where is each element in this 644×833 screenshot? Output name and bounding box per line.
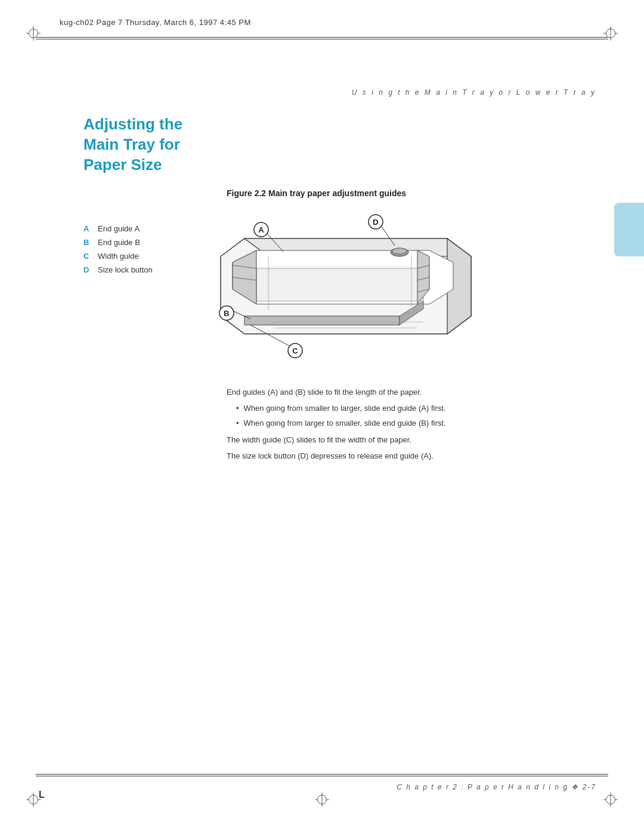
footer-line-bottom xyxy=(36,776,608,776)
legend-text-b: End guide B xyxy=(98,238,140,247)
body-para-1: End guides (A) and (B) slide to fit the … xyxy=(227,386,584,399)
legend-letter-b: B xyxy=(83,238,94,247)
svg-text:B: B xyxy=(224,309,229,318)
body-para-2: The width guide (C) slides to fit the wi… xyxy=(227,434,584,447)
footer-corner-mark: L xyxy=(39,789,45,800)
body-bullet-2: When going from larger to smaller, slide… xyxy=(227,417,584,430)
legend-letter-c: C xyxy=(83,252,94,261)
crosshair-bottom-right xyxy=(603,792,618,807)
chapter-title-line2: Main Tray for xyxy=(83,135,182,155)
body-bullet-1-text: When going from smaller to larger, slide… xyxy=(244,402,446,415)
legend-text-d: Size lock button xyxy=(98,265,153,274)
body-para-3: The size lock button (D) depresses to re… xyxy=(227,450,584,463)
body-bullet-2-text: When going from larger to smaller, slide… xyxy=(244,417,446,430)
svg-text:A: A xyxy=(258,225,264,234)
chapter-title: Adjusting the Main Tray for Paper Size xyxy=(83,114,182,175)
legend-item-a: A End guide A xyxy=(83,224,153,233)
footer-line-top xyxy=(36,774,608,775)
body-bullet-1: When going from smaller to larger, slide… xyxy=(227,402,584,415)
blue-tab-decoration xyxy=(614,203,644,256)
body-text-area: End guides (A) and (B) slide to fit the … xyxy=(227,386,584,466)
svg-point-7 xyxy=(392,248,407,254)
figure-illustration: A D B C xyxy=(197,197,507,364)
legend-letter-a: A xyxy=(83,224,94,233)
svg-rect-0 xyxy=(256,268,423,301)
svg-text:C: C xyxy=(292,346,298,355)
legend-item-c: C Width guide xyxy=(83,252,153,261)
legend-text-c: Width guide xyxy=(98,252,139,261)
legend-text-a: End guide A xyxy=(98,224,140,233)
crosshair-bottom-center xyxy=(315,792,329,807)
header-file-info: kug-ch02 Page 7 Thursday, March 6, 1997 … xyxy=(60,18,251,27)
legend-item-d: D Size lock button xyxy=(83,265,153,274)
svg-text:D: D xyxy=(373,218,378,227)
chapter-title-line1: Adjusting the xyxy=(83,114,182,135)
header-line-top xyxy=(36,39,608,39)
chapter-title-line3: Paper Size xyxy=(83,155,182,175)
header-line-bottom xyxy=(36,37,608,38)
figure-legend: A End guide A B End guide B C Width guid… xyxy=(83,224,153,279)
legend-letter-d: D xyxy=(83,265,94,274)
tray-diagram-svg: A D B C xyxy=(197,197,507,364)
legend-item-b: B End guide B xyxy=(83,238,153,247)
running-header: U s i n g t h e M a i n T r a y o r L o … xyxy=(352,88,596,97)
footer-text: C h a p t e r 2 : P a p e r H a n d l i … xyxy=(397,783,596,791)
